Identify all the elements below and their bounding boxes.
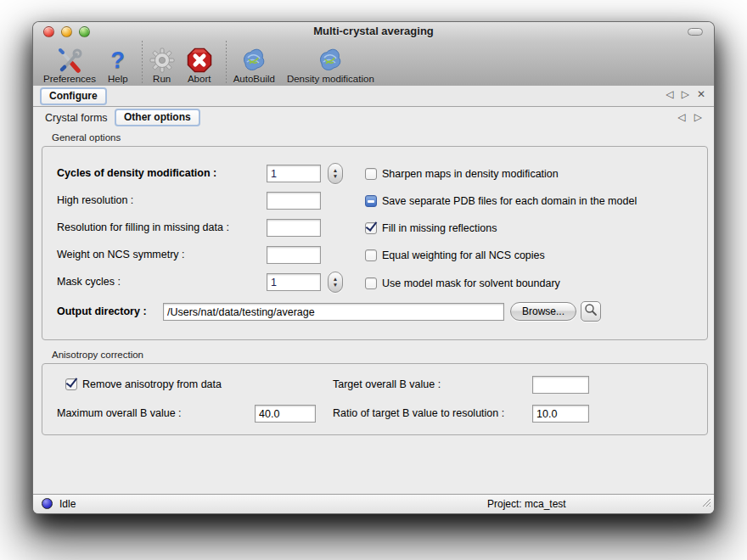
status-bar: Idle Project: mca_test — [33, 494, 714, 513]
checkbox-equal-weighting[interactable]: Equal weighting for all NCS copies — [365, 249, 545, 262]
toolbar-toggle-button[interactable] — [688, 28, 703, 36]
status-orb-icon — [42, 498, 53, 509]
checkbox-sharpen-maps[interactable]: Sharpen maps in density modification — [365, 167, 559, 181]
protein-model-icon — [317, 46, 343, 74]
density-modification-button[interactable]: Density modification — [287, 46, 374, 85]
preferences-tools-icon — [56, 46, 83, 74]
magnifier-icon — [584, 303, 598, 320]
field-label-target-b: Target overall B value : — [333, 376, 441, 394]
abort-button[interactable]: Abort — [187, 46, 212, 85]
window-title: Multi-crystal averaging — [33, 25, 714, 37]
field-label-output-directory: Output directory : — [57, 303, 147, 321]
spinner-down-icon[interactable]: ▼ — [333, 283, 338, 288]
checkbox-label: Sharpen maps in density modification — [382, 168, 559, 180]
run-gear-icon — [149, 46, 175, 74]
project-label: Project: mca_test — [487, 498, 566, 510]
checkbox-model-mask[interactable]: Use model mask for solvent boundary — [365, 277, 560, 290]
toolbar-item-label: Run — [153, 74, 171, 85]
run-button[interactable]: Run — [149, 46, 175, 85]
toolbar-item-label: Abort — [188, 74, 211, 85]
tab-scroll-controls: ◁ ▷ ✕ — [666, 88, 705, 100]
output-directory-input[interactable] — [163, 303, 504, 321]
help-button[interactable]: ? Help — [108, 46, 128, 85]
checkbox-box[interactable] — [365, 249, 377, 261]
field-label-resolution-filling: Resolution for filling in missing data : — [57, 219, 229, 237]
tab-crystal-forms[interactable]: Crystal forms — [45, 112, 108, 124]
window-chrome: Multi-crystal averaging Preferences — [33, 22, 714, 87]
field-label-cycles: Cycles of density modification : — [57, 165, 216, 182]
checkbox-label: Use model mask for solvent boundary — [382, 277, 560, 289]
checkbox-label: Remove anisotropy from data — [82, 378, 222, 390]
subtab-scroll-right-icon[interactable]: ▷ — [694, 111, 702, 123]
preferences-button[interactable]: Preferences — [43, 46, 96, 85]
field-label-high-resolution: High resolution : — [57, 192, 133, 210]
checkbox-fill-missing-reflections[interactable]: Fill in missing reflections — [365, 221, 497, 235]
field-label-ncs-weight: Weight on NCS symmetry : — [57, 246, 185, 264]
browse-button[interactable]: Browse... — [510, 302, 576, 321]
subtab-scroll-controls: ◁ ▷ — [678, 111, 702, 123]
checkbox-label: Equal weighting for all NCS copies — [382, 249, 545, 261]
checkbox-box[interactable] — [365, 195, 377, 207]
toolbar-item-label: Help — [108, 74, 128, 85]
target-b-value-input[interactable] — [532, 376, 589, 394]
mask-cycles-spinner[interactable]: ▲▼ — [328, 272, 343, 293]
cycles-of-density-modification-input[interactable] — [267, 165, 321, 182]
checkbox-remove-anisotropy[interactable]: Remove anisotropy from data — [65, 378, 222, 391]
spinner-down-icon[interactable]: ▼ — [333, 174, 338, 179]
field-label-ratio-b: Ratio of target B value to resolution : — [333, 405, 504, 423]
ratio-b-resolution-input[interactable] — [532, 405, 589, 423]
tab-configure[interactable]: Configure — [40, 87, 107, 105]
main-tab-bar: Configure ◁ ▷ ✕ — [33, 86, 714, 107]
sub-tab-bar: Crystal forms Other options ◁ ▷ — [33, 107, 714, 129]
abort-stop-icon — [187, 46, 212, 74]
status-text: Idle — [59, 498, 76, 510]
high-resolution-input[interactable] — [267, 192, 321, 210]
open-directory-button[interactable] — [581, 301, 601, 322]
resize-grip[interactable] — [700, 496, 711, 511]
general-options-group: Cycles of density modification : ▲▼ High… — [42, 146, 708, 340]
field-label-max-b: Maximum overall B value : — [57, 405, 182, 423]
toolbar-separator — [226, 41, 227, 85]
checkbox-box[interactable] — [65, 378, 77, 390]
options-panel: General options Cycles of density modifi… — [33, 129, 714, 495]
anisotropy-section-label: Anisotropy correction — [52, 350, 143, 360]
toolbar-item-label: AutoBuild — [233, 74, 275, 85]
field-label-mask-cycles: Mask cycles : — [57, 273, 121, 291]
titlebar[interactable]: Multi-crystal averaging — [33, 22, 714, 41]
anisotropy-group: Remove anisotropy from data Target overa… — [42, 363, 708, 435]
tab-close-icon[interactable]: ✕ — [697, 88, 705, 100]
max-b-value-input[interactable] — [255, 405, 316, 423]
tab-scroll-right-icon[interactable]: ▷ — [682, 88, 689, 100]
checkbox-box[interactable] — [365, 168, 377, 180]
toolbar-item-label: Density modification — [287, 74, 374, 85]
resolution-filling-input[interactable] — [267, 219, 321, 237]
checkbox-save-separate-pdb[interactable]: Save separate PDB files for each domain … — [365, 194, 637, 208]
ncs-weight-input[interactable] — [267, 246, 321, 264]
help-question-icon: ? — [111, 46, 126, 74]
checkbox-box[interactable] — [365, 222, 377, 234]
tab-other-options[interactable]: Other options — [115, 109, 200, 126]
checkbox-label: Fill in missing reflections — [382, 222, 497, 234]
tab-scroll-left-icon[interactable]: ◁ — [666, 88, 673, 100]
cycles-spinner[interactable]: ▲▼ — [328, 163, 343, 184]
toolbar: Preferences ? Help — [43, 42, 709, 85]
checkbox-box[interactable] — [365, 277, 377, 289]
toolbar-item-label: Preferences — [43, 74, 96, 85]
app-window: Multi-crystal averaging Preferences — [32, 21, 715, 514]
general-options-section-label: General options — [52, 132, 121, 143]
mask-cycles-input[interactable] — [267, 273, 321, 291]
autobuild-button[interactable]: AutoBuild — [233, 46, 275, 85]
subtab-scroll-left-icon[interactable]: ◁ — [678, 111, 686, 123]
protein-model-icon — [241, 46, 267, 74]
checkbox-label: Save separate PDB files for each domain … — [382, 195, 637, 207]
toolbar-separator — [142, 41, 143, 85]
